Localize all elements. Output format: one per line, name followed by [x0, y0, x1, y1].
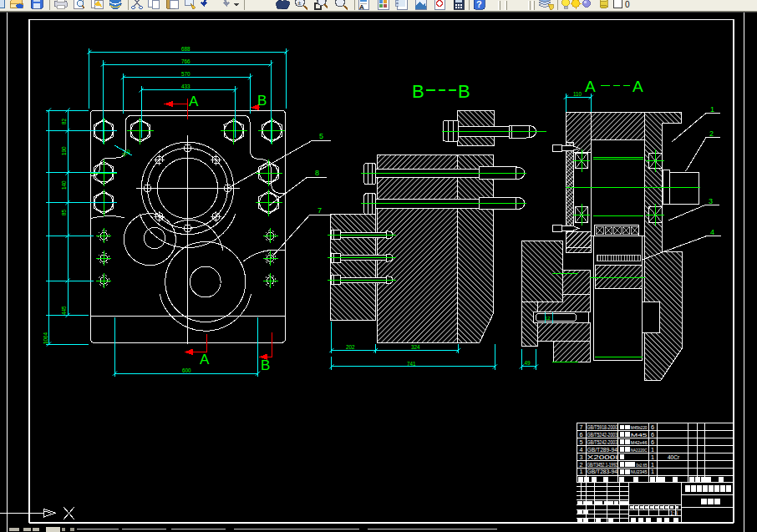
svg-text:445: 445 [61, 306, 67, 315]
svg-text:GB/T5242-2003: GB/T5242-2003 [587, 439, 618, 445]
svg-text:4: 4 [710, 228, 714, 236]
svg-text:49: 49 [525, 360, 531, 366]
svg-text:202: 202 [346, 344, 355, 350]
svg-text:6: 6 [651, 431, 654, 438]
svg-text:688: 688 [181, 46, 191, 52]
svg-text:82: 82 [61, 118, 67, 124]
svg-text:2: 2 [709, 129, 714, 138]
svg-text:1: 1 [651, 453, 654, 461]
svg-text:A: A [359, 3, 364, 11]
svg-text:0x2.65: 0x2.65 [636, 463, 648, 468]
svg-text:6: 6 [580, 431, 583, 438]
svg-text:8: 8 [315, 169, 319, 177]
svg-text:110: 110 [573, 91, 582, 97]
svg-text:3: 3 [580, 453, 583, 461]
svg-text:M45: M45 [631, 433, 648, 438]
svg-text:12: 12 [545, 316, 551, 321]
svg-text:741: 741 [407, 361, 416, 367]
svg-text:B: B [412, 81, 424, 102]
svg-text:7: 7 [580, 423, 583, 431]
svg-text:85: 85 [61, 209, 67, 215]
svg-text:40Cr: 40Cr [668, 454, 680, 460]
svg-text:6: 6 [651, 423, 654, 431]
svg-text:5: 5 [319, 132, 323, 140]
svg-text:1: 1 [651, 468, 654, 475]
svg-text:B: B [257, 93, 267, 109]
svg-text:1: 1 [580, 468, 583, 475]
svg-text:6: 6 [651, 438, 654, 446]
svg-text:3: 3 [709, 197, 713, 205]
svg-text:433: 433 [181, 84, 191, 89]
svg-text:GB/T5242-2003: GB/T5242-2003 [587, 432, 618, 438]
svg-text:190: 190 [61, 146, 67, 155]
svg-text:A: A [189, 94, 199, 109]
svg-text:2: 2 [580, 461, 583, 469]
svg-text:570: 570 [181, 71, 191, 77]
svg-text:M42x46: M42x46 [631, 440, 648, 445]
svg-text:GB/T3452.1-1992: GB/T3452.1-1992 [587, 462, 618, 468]
svg-text:0: 0 [625, 0, 630, 9]
svg-text:4: 4 [580, 446, 583, 453]
svg-text:A: A [633, 78, 643, 95]
svg-text:B: B [261, 357, 270, 373]
svg-text:1: 1 [651, 446, 654, 453]
svg-text:7: 7 [318, 206, 322, 215]
svg-text:1: 1 [710, 105, 714, 114]
svg-text:A: A [585, 78, 596, 95]
svg-text:A: A [200, 352, 210, 367]
svg-text:GB/T5918-2000: GB/T5918-2000 [587, 424, 618, 430]
svg-text:766: 766 [181, 58, 191, 64]
svg-text:B: B [458, 81, 470, 102]
svg-text:140: 140 [61, 180, 67, 190]
svg-text:M45b220: M45b220 [631, 425, 648, 430]
svg-text:5: 5 [580, 438, 583, 446]
svg-text:GB/T283-94: GB/T283-94 [587, 469, 618, 474]
svg-text:GB/T289-94: GB/T289-94 [587, 447, 618, 453]
svg-text:1:4: 1:4 [670, 510, 678, 516]
svg-text:?: ? [476, 0, 482, 9]
svg-text:1064: 1064 [43, 332, 48, 344]
svg-text:324: 324 [411, 344, 420, 350]
svg-text:NA2220C: NA2220C [631, 448, 648, 453]
svg-text:600: 600 [182, 367, 191, 373]
svg-text:X2000i: X2000i [587, 454, 618, 460]
svg-text:1: 1 [651, 461, 654, 469]
svg-text:±: ± [297, 0, 302, 7]
svg-text:NU2345: NU2345 [631, 469, 648, 474]
